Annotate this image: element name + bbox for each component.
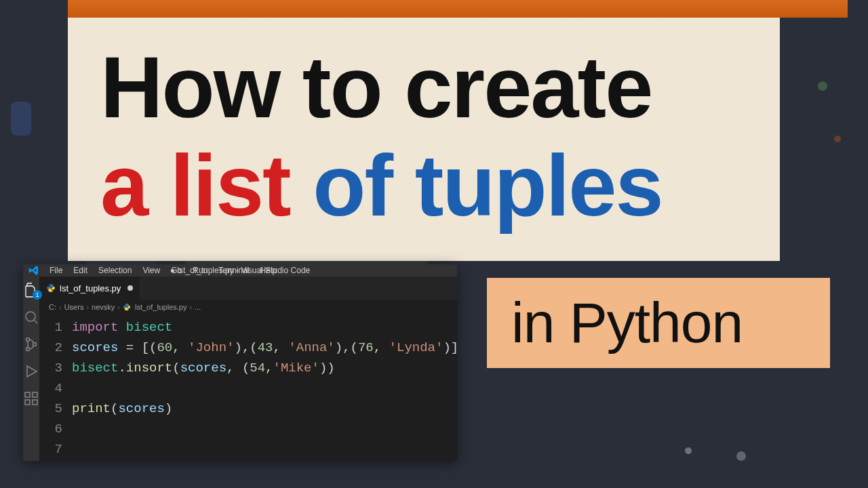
menu-item-run[interactable]: Run	[188, 264, 212, 277]
code-line[interactable]	[72, 378, 457, 399]
code-line[interactable]	[72, 439, 457, 460]
decoration-speck	[736, 451, 746, 461]
title-line2: a list of tuples	[100, 138, 747, 234]
orange-top-stripe	[68, 0, 848, 18]
breadcrumb-separator: ›	[59, 303, 62, 311]
line-number-gutter: 1234567	[39, 317, 72, 460]
decoration-speck	[685, 447, 692, 454]
menu-item-go[interactable]: Go	[166, 264, 186, 277]
breadcrumb-separator: ›	[117, 303, 120, 311]
activity-bar: 1	[23, 277, 39, 461]
run-debug-icon[interactable]	[23, 363, 39, 380]
code-line[interactable]: print(scores)	[72, 399, 457, 419]
menu-bar: FileEditSelectionViewGoRunTerminalHelp	[45, 264, 281, 277]
explorer-badge: 1	[33, 290, 42, 300]
tab-modified-indicator	[127, 285, 133, 291]
vscode-window: FileEditSelectionViewGoRunTerminalHelp ●…	[23, 264, 457, 461]
breadcrumb-separator: ›	[86, 303, 89, 311]
subtitle-text: in Python	[511, 290, 806, 356]
breadcrumb[interactable]: C:›Users›nevsky›lst_of_tuples.py›...	[39, 300, 457, 314]
explorer-icon[interactable]: 1	[23, 282, 39, 298]
tab-filename: lst_of_tuples.py	[60, 283, 121, 293]
breadcrumb-segment[interactable]: ...	[195, 303, 201, 311]
search-icon[interactable]	[23, 309, 39, 325]
breadcrumb-segment[interactable]: Users	[64, 303, 84, 311]
title-blue-text: of tuples	[290, 137, 663, 234]
python-file-icon	[123, 303, 131, 311]
vscode-titlebar: FileEditSelectionViewGoRunTerminalHelp ●…	[23, 264, 457, 277]
svg-point-3	[33, 343, 37, 346]
editor-area: lst_of_tuples.py C:›Users›nevsky›lst_of_…	[39, 277, 457, 461]
svg-point-0	[26, 312, 35, 321]
menu-item-help[interactable]: Help	[256, 264, 282, 277]
title-line1: How to create	[100, 42, 747, 133]
code-editor[interactable]: 1234567 import bisectscores = [(60, 'Joh…	[39, 314, 457, 461]
title-red-text: a list	[100, 137, 290, 234]
svg-rect-4	[25, 392, 30, 397]
python-file-icon	[46, 283, 56, 293]
breadcrumb-segment[interactable]: nevsky	[92, 303, 115, 311]
code-line[interactable]: import bisect	[72, 317, 457, 338]
breadcrumb-segment[interactable]: lst_of_tuples.py	[135, 303, 186, 311]
svg-point-1	[26, 338, 30, 342]
svg-point-2	[26, 348, 30, 351]
code-content[interactable]: import bisectscores = [(60, 'John'),(43,…	[72, 317, 457, 460]
code-line[interactable]	[72, 419, 457, 439]
tab-bar: lst_of_tuples.py	[39, 277, 457, 300]
svg-rect-6	[33, 400, 37, 405]
svg-rect-5	[25, 400, 30, 405]
decoration-speck	[11, 102, 31, 136]
decoration-speck	[818, 81, 827, 91]
vscode-logo-icon	[28, 265, 39, 276]
decoration-speck	[834, 136, 841, 142]
subtitle-card: in Python	[487, 278, 830, 368]
breadcrumb-separator: ›	[189, 303, 192, 311]
menu-item-view[interactable]: View	[138, 264, 165, 277]
code-line[interactable]: bisect.insort(scores, (54,'Mike'))	[72, 358, 457, 378]
code-line[interactable]: scores = [(60, 'John'),(43, 'Anna'),(76,…	[72, 338, 457, 358]
svg-rect-7	[33, 392, 37, 397]
extensions-icon[interactable]	[23, 390, 39, 407]
source-control-icon[interactable]	[23, 336, 39, 352]
menu-item-edit[interactable]: Edit	[68, 264, 92, 277]
menu-item-file[interactable]: File	[45, 264, 67, 277]
menu-item-selection[interactable]: Selection	[94, 264, 136, 277]
breadcrumb-segment[interactable]: C:	[49, 303, 56, 311]
title-card: How to create a list of tuples	[68, 18, 780, 261]
tab-lst-of-tuples[interactable]: lst_of_tuples.py	[39, 277, 140, 300]
menu-item-terminal[interactable]: Terminal	[214, 264, 254, 277]
